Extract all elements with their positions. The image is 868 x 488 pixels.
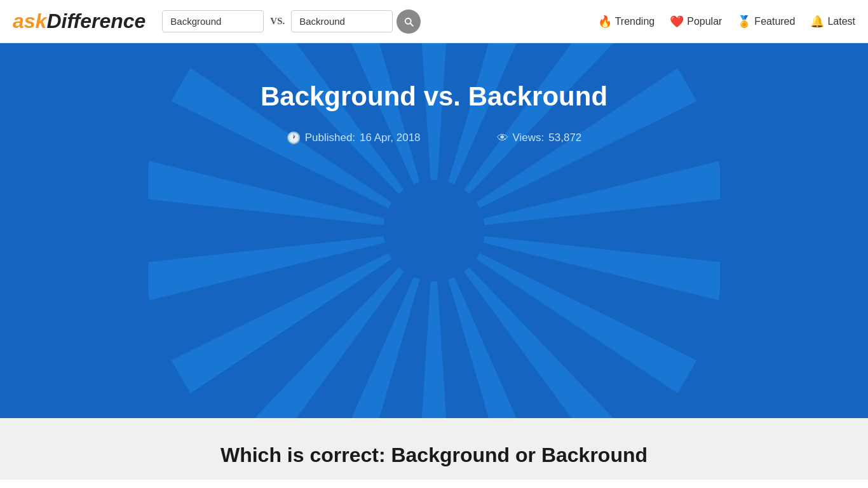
- views-count: 53,872: [548, 132, 581, 144]
- header: askDifference VS. 🔥 Trending ❤️ Popular …: [0, 0, 868, 43]
- featured-icon: 🏅: [737, 15, 751, 29]
- nav-featured-label: Featured: [754, 16, 795, 27]
- nav-links: 🔥 Trending ❤️ Popular 🏅 Featured 🔔 Lates…: [598, 15, 855, 29]
- views-icon: 👁: [497, 132, 508, 145]
- logo-difference: Difference: [46, 10, 146, 33]
- hero-meta: 🕐 Published: 16 Apr, 2018 👁 Views: 53,87…: [261, 131, 607, 145]
- clock-icon: 🕐: [287, 131, 301, 145]
- nav-popular[interactable]: ❤️ Popular: [670, 15, 722, 29]
- svg-point-36: [383, 180, 485, 281]
- search-input-1[interactable]: [162, 10, 264, 32]
- latest-icon: 🔔: [810, 15, 824, 29]
- nav-latest[interactable]: 🔔 Latest: [810, 15, 855, 29]
- vs-label: VS.: [268, 16, 287, 27]
- logo[interactable]: askDifference: [13, 10, 146, 33]
- nav-popular-label: Popular: [687, 16, 722, 27]
- nav-featured[interactable]: 🏅 Featured: [737, 15, 795, 29]
- bottom-title: Which is correct: Background or Backroun…: [13, 444, 855, 467]
- search-icon: [403, 16, 414, 27]
- hero-content: Background vs. Backround 🕐 Published: 16…: [261, 81, 607, 145]
- published-date: 16 Apr, 2018: [360, 132, 420, 144]
- published-meta: 🕐 Published: 16 Apr, 2018: [287, 131, 421, 145]
- published-label: Published:: [305, 132, 355, 144]
- bottom-section: Which is correct: Background or Backroun…: [0, 418, 868, 480]
- nav-trending[interactable]: 🔥 Trending: [598, 15, 655, 29]
- logo-ask: ask: [13, 10, 46, 33]
- nav-trending-label: Trending: [615, 16, 655, 27]
- search-area: VS.: [162, 10, 480, 34]
- hero-section: Background vs. Backround 🕐 Published: 16…: [0, 43, 868, 418]
- trending-icon: 🔥: [598, 15, 612, 29]
- search-input-2[interactable]: [291, 10, 393, 32]
- views-label: Views:: [513, 132, 545, 144]
- search-button[interactable]: [397, 10, 421, 34]
- popular-icon: ❤️: [670, 15, 684, 29]
- hero-title: Background vs. Backround: [261, 81, 607, 112]
- nav-latest-label: Latest: [827, 16, 855, 27]
- views-meta: 👁 Views: 53,872: [497, 132, 582, 145]
